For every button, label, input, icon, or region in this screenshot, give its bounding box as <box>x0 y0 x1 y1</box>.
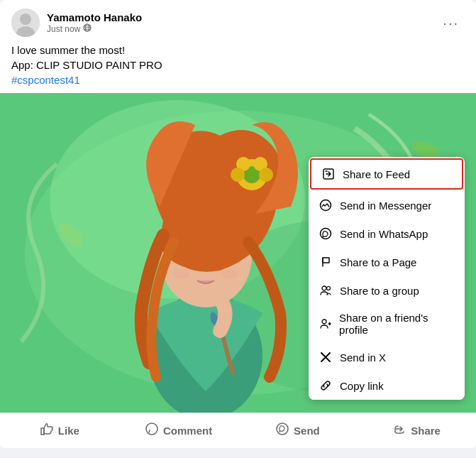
flag-icon <box>319 255 333 269</box>
like-icon <box>40 422 54 440</box>
share-group-item[interactable]: Share to a group <box>309 276 465 305</box>
post-header-left: Yamamoto Hanako Just now <box>11 9 142 37</box>
post-author[interactable]: Yamamoto Hanako <box>47 11 142 23</box>
friend-icon <box>319 317 332 331</box>
svg-point-37 <box>327 287 331 290</box>
post-timestamp: Just now <box>47 23 142 34</box>
link-icon <box>319 378 333 393</box>
whatsapp-icon <box>319 227 333 241</box>
share-friend-label: Share on a friend's profile <box>339 312 455 336</box>
like-button[interactable]: Like <box>3 416 116 445</box>
post-hashtag[interactable]: #cspcontest41 <box>11 72 465 87</box>
svg-point-40 <box>277 423 288 435</box>
avatar[interactable] <box>11 9 40 37</box>
like-label: Like <box>58 425 79 437</box>
share-label: Share <box>411 425 441 437</box>
share-feed-icon <box>321 167 336 181</box>
post-actions: Like Comment Send <box>0 413 476 448</box>
send-messenger-item[interactable]: Send in Messenger <box>309 191 465 219</box>
svg-point-23 <box>222 269 239 279</box>
send-x-label: Send in X <box>340 351 386 364</box>
copy-link-label: Copy link <box>340 380 384 392</box>
share-page-label: Share to a Page <box>340 256 416 268</box>
more-options-button[interactable]: ··· <box>437 12 465 34</box>
send-whatsapp-label: Send in WhatsApp <box>340 228 428 240</box>
post-meta: Yamamoto Hanako Just now <box>47 11 142 34</box>
post-text: I love summer the most! App: CLIP STUDIO… <box>0 43 476 93</box>
svg-point-28 <box>259 168 273 182</box>
post-text-line2: App: CLIP STUDIO PAINT PRO <box>11 58 465 72</box>
svg-point-36 <box>322 286 326 290</box>
comment-icon <box>145 422 159 440</box>
svg-point-38 <box>322 320 326 324</box>
globe-visibility-icon <box>83 23 92 34</box>
post-text-line1: I love summer the most! <box>11 43 465 58</box>
svg-point-1 <box>20 13 31 25</box>
share-page-item[interactable]: Share to a Page <box>309 248 465 276</box>
x-icon <box>319 350 333 364</box>
share-icon <box>392 422 406 440</box>
send-button[interactable]: Send <box>241 416 355 445</box>
send-whatsapp-item[interactable]: Send in WhatsApp <box>309 219 465 248</box>
share-friend-item[interactable]: Share on a friend's profile <box>309 305 465 343</box>
messenger-icon <box>319 198 333 212</box>
send-icon <box>275 422 289 440</box>
share-button[interactable]: Share <box>360 416 473 445</box>
svg-point-39 <box>146 423 157 435</box>
post-header: Yamamoto Hanako Just now ··· <box>0 0 476 43</box>
share-to-feed-label: Share to Feed <box>343 168 410 180</box>
share-group-label: Share to a group <box>340 285 419 297</box>
comment-label: Comment <box>163 425 212 437</box>
send-messenger-label: Send in Messenger <box>340 200 431 212</box>
svg-point-34 <box>321 229 331 239</box>
post-image: Share to Feed Send in Messenger <box>0 93 476 413</box>
group-icon <box>319 283 333 298</box>
comment-button[interactable]: Comment <box>122 416 236 445</box>
send-x-item[interactable]: Send in X <box>309 343 465 371</box>
send-label: Send <box>294 425 320 437</box>
share-dropdown: Share to Feed Send in Messenger <box>309 157 465 400</box>
svg-point-22 <box>172 269 189 279</box>
post-card: Yamamoto Hanako Just now ··· <box>0 0 476 448</box>
svg-point-29 <box>231 168 245 182</box>
copy-link-item[interactable]: Copy link <box>309 371 465 400</box>
share-to-feed-item[interactable]: Share to Feed <box>310 158 463 190</box>
